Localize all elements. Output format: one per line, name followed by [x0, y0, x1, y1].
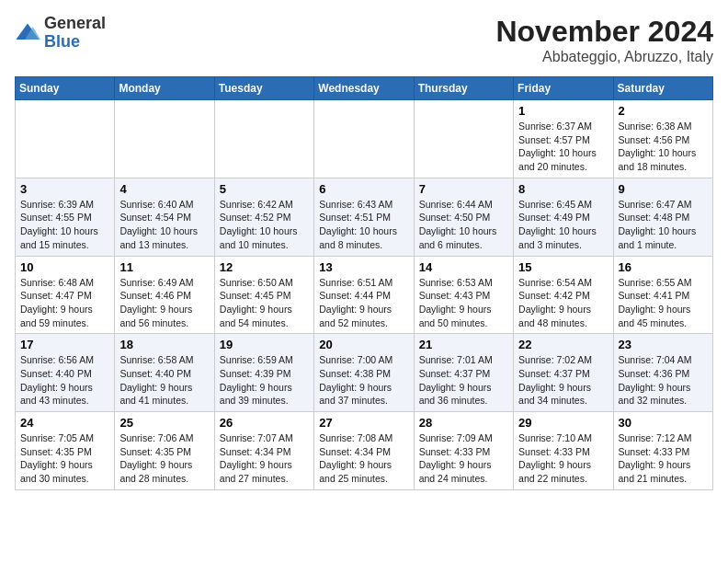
header-day: Friday — [514, 77, 613, 100]
day-number: 24 — [20, 416, 109, 430]
title-block: November 2024 Abbateggio, Abruzzo, Italy — [495, 15, 713, 65]
calendar-cell: 26Sunrise: 7:07 AM Sunset: 4:34 PM Dayli… — [214, 412, 313, 490]
day-number: 18 — [119, 338, 209, 351]
logo: General Blue — [15, 15, 106, 52]
day-number: 23 — [619, 338, 708, 351]
calendar-cell: 22Sunrise: 7:02 AM Sunset: 4:37 PM Dayli… — [514, 334, 613, 412]
day-info: Sunrise: 6:44 AM Sunset: 4:50 PM Dayligh… — [419, 198, 508, 252]
header-day: Tuesday — [214, 77, 313, 100]
page-header: General Blue November 2024 Abbateggio, A… — [15, 15, 713, 65]
calendar-cell: 14Sunrise: 6:53 AM Sunset: 4:43 PM Dayli… — [414, 256, 513, 334]
day-info: Sunrise: 6:43 AM Sunset: 4:51 PM Dayligh… — [319, 198, 408, 252]
calendar-cell: 21Sunrise: 7:01 AM Sunset: 4:37 PM Dayli… — [414, 334, 513, 412]
day-info: Sunrise: 7:09 AM Sunset: 4:33 PM Dayligh… — [419, 431, 508, 486]
day-info: Sunrise: 6:48 AM Sunset: 4:47 PM Dayligh… — [20, 276, 109, 330]
calendar-cell — [414, 100, 513, 178]
day-number: 10 — [20, 260, 109, 274]
calendar-cell: 3Sunrise: 6:39 AM Sunset: 4:55 PM Daylig… — [16, 178, 115, 256]
calendar-cell — [214, 100, 313, 178]
day-number: 16 — [619, 260, 708, 274]
day-info: Sunrise: 7:00 AM Sunset: 4:38 PM Dayligh… — [319, 353, 408, 408]
day-number: 2 — [619, 104, 708, 118]
day-info: Sunrise: 6:58 AM Sunset: 4:40 PM Dayligh… — [119, 353, 209, 408]
header-row: SundayMondayTuesdayWednesdayThursdayFrid… — [16, 77, 713, 100]
logo-general-text: General — [44, 14, 106, 32]
day-info: Sunrise: 6:42 AM Sunset: 4:52 PM Dayligh… — [220, 198, 309, 252]
calendar-cell: 8Sunrise: 6:45 AM Sunset: 4:49 PM Daylig… — [514, 178, 613, 256]
day-info: Sunrise: 6:50 AM Sunset: 4:45 PM Dayligh… — [220, 276, 309, 330]
day-info: Sunrise: 7:06 AM Sunset: 4:35 PM Dayligh… — [119, 431, 209, 486]
calendar-cell: 7Sunrise: 6:44 AM Sunset: 4:50 PM Daylig… — [414, 178, 513, 256]
day-number: 14 — [419, 260, 508, 274]
day-info: Sunrise: 7:05 AM Sunset: 4:35 PM Dayligh… — [20, 431, 109, 486]
day-info: Sunrise: 6:51 AM Sunset: 4:44 PM Dayligh… — [319, 276, 408, 330]
calendar-cell: 15Sunrise: 6:54 AM Sunset: 4:42 PM Dayli… — [514, 256, 613, 334]
day-number: 29 — [518, 416, 608, 430]
day-number: 4 — [119, 182, 209, 196]
day-info: Sunrise: 7:01 AM Sunset: 4:37 PM Dayligh… — [419, 353, 508, 408]
day-number: 5 — [220, 182, 309, 196]
day-info: Sunrise: 6:45 AM Sunset: 4:49 PM Dayligh… — [518, 198, 608, 252]
day-number: 13 — [319, 260, 408, 274]
calendar-cell: 5Sunrise: 6:42 AM Sunset: 4:52 PM Daylig… — [214, 178, 313, 256]
day-info: Sunrise: 6:54 AM Sunset: 4:42 PM Dayligh… — [518, 276, 608, 330]
calendar-cell: 13Sunrise: 6:51 AM Sunset: 4:44 PM Dayli… — [314, 256, 414, 334]
calendar-cell: 12Sunrise: 6:50 AM Sunset: 4:45 PM Dayli… — [214, 256, 313, 334]
day-number: 17 — [20, 338, 109, 351]
header-day: Wednesday — [314, 77, 414, 100]
calendar-week-row: 24Sunrise: 7:05 AM Sunset: 4:35 PM Dayli… — [16, 412, 713, 490]
calendar-cell: 29Sunrise: 7:10 AM Sunset: 4:33 PM Dayli… — [514, 412, 613, 490]
day-info: Sunrise: 7:12 AM Sunset: 4:33 PM Dayligh… — [619, 431, 708, 486]
calendar-cell: 28Sunrise: 7:09 AM Sunset: 4:33 PM Dayli… — [414, 412, 513, 490]
month-title: November 2024 — [495, 15, 713, 49]
calendar-cell — [314, 100, 414, 178]
calendar-cell: 27Sunrise: 7:08 AM Sunset: 4:34 PM Dayli… — [314, 412, 414, 490]
day-number: 21 — [419, 338, 508, 351]
calendar-cell: 2Sunrise: 6:38 AM Sunset: 4:56 PM Daylig… — [613, 100, 712, 178]
calendar-cell: 30Sunrise: 7:12 AM Sunset: 4:33 PM Dayli… — [613, 412, 712, 490]
header-day: Thursday — [414, 77, 513, 100]
calendar-cell: 9Sunrise: 6:47 AM Sunset: 4:48 PM Daylig… — [613, 178, 712, 256]
calendar-body: 1Sunrise: 6:37 AM Sunset: 4:57 PM Daylig… — [16, 100, 713, 490]
calendar-week-row: 1Sunrise: 6:37 AM Sunset: 4:57 PM Daylig… — [16, 100, 713, 178]
calendar-cell: 19Sunrise: 6:59 AM Sunset: 4:39 PM Dayli… — [214, 334, 313, 412]
calendar-cell: 11Sunrise: 6:49 AM Sunset: 4:46 PM Dayli… — [115, 256, 214, 334]
day-number: 26 — [220, 416, 309, 430]
day-info: Sunrise: 6:49 AM Sunset: 4:46 PM Dayligh… — [119, 276, 209, 330]
calendar-week-row: 10Sunrise: 6:48 AM Sunset: 4:47 PM Dayli… — [16, 256, 713, 334]
logo-blue-text: Blue — [44, 32, 80, 51]
calendar-header: SundayMondayTuesdayWednesdayThursdayFrid… — [16, 77, 713, 100]
day-number: 6 — [319, 182, 408, 196]
calendar-week-row: 17Sunrise: 6:56 AM Sunset: 4:40 PM Dayli… — [16, 334, 713, 412]
day-number: 28 — [419, 416, 508, 430]
logo-icon — [15, 20, 40, 46]
day-number: 3 — [20, 182, 109, 196]
calendar-cell: 6Sunrise: 6:43 AM Sunset: 4:51 PM Daylig… — [314, 178, 414, 256]
day-number: 25 — [119, 416, 209, 430]
calendar-cell — [16, 100, 115, 178]
day-number: 9 — [619, 182, 708, 196]
calendar-cell: 23Sunrise: 7:04 AM Sunset: 4:36 PM Dayli… — [613, 334, 712, 412]
day-info: Sunrise: 7:04 AM Sunset: 4:36 PM Dayligh… — [619, 353, 708, 408]
day-number: 20 — [319, 338, 408, 351]
day-number: 27 — [319, 416, 408, 430]
day-number: 19 — [220, 338, 309, 351]
calendar-cell: 17Sunrise: 6:56 AM Sunset: 4:40 PM Dayli… — [16, 334, 115, 412]
calendar-cell: 25Sunrise: 7:06 AM Sunset: 4:35 PM Dayli… — [115, 412, 214, 490]
day-info: Sunrise: 6:53 AM Sunset: 4:43 PM Dayligh… — [419, 276, 508, 330]
day-info: Sunrise: 6:56 AM Sunset: 4:40 PM Dayligh… — [20, 353, 109, 408]
calendar-cell: 10Sunrise: 6:48 AM Sunset: 4:47 PM Dayli… — [16, 256, 115, 334]
day-number: 11 — [119, 260, 209, 274]
day-info: Sunrise: 7:08 AM Sunset: 4:34 PM Dayligh… — [319, 431, 408, 486]
calendar-table: SundayMondayTuesdayWednesdayThursdayFrid… — [15, 76, 713, 490]
day-number: 1 — [518, 104, 608, 118]
header-day: Saturday — [613, 77, 712, 100]
calendar-cell: 18Sunrise: 6:58 AM Sunset: 4:40 PM Dayli… — [115, 334, 214, 412]
day-info: Sunrise: 6:47 AM Sunset: 4:48 PM Dayligh… — [619, 198, 708, 252]
calendar-cell: 4Sunrise: 6:40 AM Sunset: 4:54 PM Daylig… — [115, 178, 214, 256]
day-number: 8 — [518, 182, 608, 196]
day-number: 22 — [518, 338, 608, 351]
calendar-cell — [115, 100, 214, 178]
day-info: Sunrise: 6:59 AM Sunset: 4:39 PM Dayligh… — [220, 353, 309, 408]
header-day: Sunday — [16, 77, 115, 100]
